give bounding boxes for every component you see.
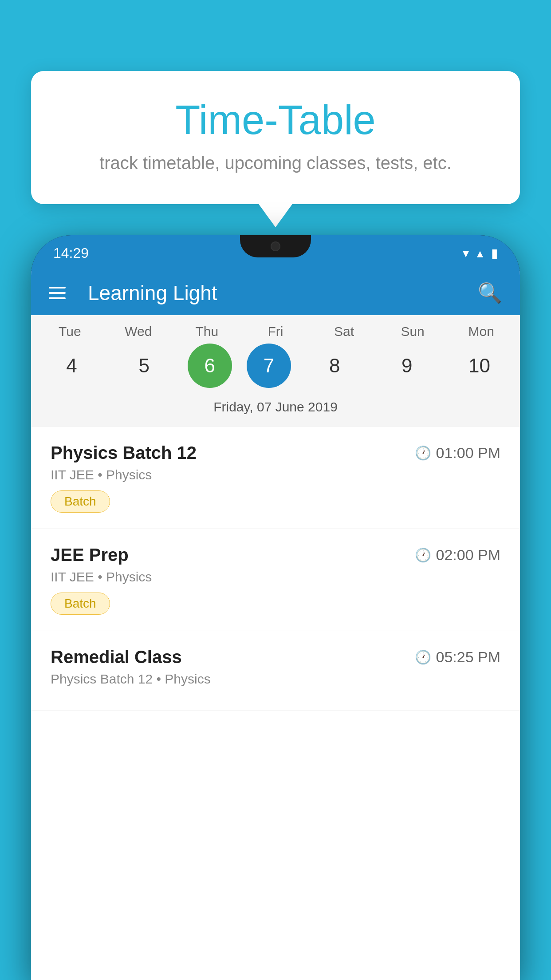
app-bar: Learning Light 🔍 [31, 271, 520, 315]
day-header-wed: Wed [110, 324, 167, 339]
day-number-6[interactable]: 6 [188, 344, 232, 388]
phone-frame: 14:29 ▾ ▴ ▮ Learning Light 🔍 [31, 235, 520, 980]
clock-icon: 🕐 [415, 649, 431, 665]
day-header-fri: Fri [247, 324, 304, 339]
schedule-list: Physics Batch 12 🕐 01:00 PM IIT JEE • Ph… [31, 427, 520, 711]
calendar-strip: TueWedThuFriSatSunMon 45678910 Friday, 0… [31, 315, 520, 427]
app-title: Learning Light [88, 281, 464, 305]
day-number-4[interactable]: 4 [43, 344, 101, 388]
signal-icon: ▴ [477, 246, 483, 261]
schedule-item-title: Physics Batch 12 [51, 443, 197, 463]
status-icons: ▾ ▴ ▮ [463, 246, 498, 261]
phone-container: 14:29 ▾ ▴ ▮ Learning Light 🔍 [31, 235, 520, 980]
day-header-mon: Mon [453, 324, 510, 339]
schedule-item-2[interactable]: Remedial Class 🕐 05:25 PM Physics Batch … [31, 631, 520, 711]
day-number-7[interactable]: 7 [247, 344, 291, 388]
day-headers: TueWedThuFriSatSunMon [35, 324, 516, 339]
batch-tag: Batch [51, 593, 110, 615]
schedule-item-time: 🕐 01:00 PM [415, 444, 500, 462]
schedule-item-1[interactable]: JEE Prep 🕐 02:00 PM IIT JEE • Physics Ba… [31, 529, 520, 631]
day-numbers: 45678910 [35, 344, 516, 388]
tooltip-card: Time-Table track timetable, upcoming cla… [31, 71, 520, 204]
schedule-item-title: Remedial Class [51, 647, 182, 667]
day-header-tue: Tue [41, 324, 98, 339]
day-number-5[interactable]: 5 [115, 344, 173, 388]
tooltip-title: Time-Table [67, 98, 484, 142]
schedule-item-header: Remedial Class 🕐 05:25 PM [51, 647, 500, 667]
clock-icon: 🕐 [415, 547, 431, 563]
schedule-item-0[interactable]: Physics Batch 12 🕐 01:00 PM IIT JEE • Ph… [31, 427, 520, 529]
schedule-item-time: 🕐 05:25 PM [415, 648, 500, 666]
wifi-icon: ▾ [463, 246, 469, 261]
camera-dot [271, 241, 280, 251]
calendar-date-label: Friday, 07 June 2019 [35, 395, 516, 423]
tooltip-subtitle: track timetable, upcoming classes, tests… [67, 153, 484, 173]
schedule-item-title: JEE Prep [51, 545, 129, 565]
day-number-9[interactable]: 9 [378, 344, 436, 388]
schedule-item-time: 🕐 02:00 PM [415, 546, 500, 564]
search-icon[interactable]: 🔍 [478, 281, 502, 304]
schedule-item-subtitle: IIT JEE • Physics [51, 467, 500, 482]
schedule-item-header: JEE Prep 🕐 02:00 PM [51, 545, 500, 565]
battery-icon: ▮ [491, 246, 498, 261]
day-header-sun: Sun [384, 324, 441, 339]
day-header-thu: Thu [178, 324, 236, 339]
hamburger-menu-icon[interactable] [49, 287, 66, 299]
notch [240, 235, 311, 257]
schedule-item-subtitle: Physics Batch 12 • Physics [51, 672, 500, 687]
phone-screen: Learning Light 🔍 TueWedThuFriSatSunMon 4… [31, 271, 520, 980]
schedule-item-header: Physics Batch 12 🕐 01:00 PM [51, 443, 500, 463]
day-header-sat: Sat [315, 324, 373, 339]
batch-tag: Batch [51, 490, 110, 513]
day-number-10[interactable]: 10 [450, 344, 508, 388]
day-number-8[interactable]: 8 [306, 344, 363, 388]
status-bar: 14:29 ▾ ▴ ▮ [31, 235, 520, 271]
schedule-item-subtitle: IIT JEE • Physics [51, 569, 500, 585]
clock-icon: 🕐 [415, 445, 431, 461]
status-time: 14:29 [53, 245, 89, 261]
